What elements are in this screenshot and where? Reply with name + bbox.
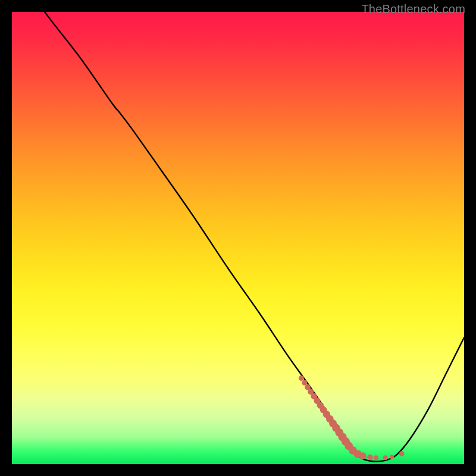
highlight-marker	[299, 375, 304, 381]
bottleneck-curve-path	[12, 0, 464, 462]
highlight-marker	[374, 455, 378, 460]
highlight-marker	[399, 451, 405, 456]
bottleneck-curve	[12, 0, 464, 462]
highlight-marker	[359, 452, 367, 459]
highlight-marker	[383, 455, 388, 460]
chart-frame: TheBottleneck.com	[0, 0, 476, 476]
highlight-marker	[367, 455, 373, 461]
highlight-marker	[390, 455, 394, 459]
highlight-marker	[302, 380, 307, 386]
highlight-markers	[299, 375, 405, 460]
chart-overlay	[0, 0, 476, 476]
